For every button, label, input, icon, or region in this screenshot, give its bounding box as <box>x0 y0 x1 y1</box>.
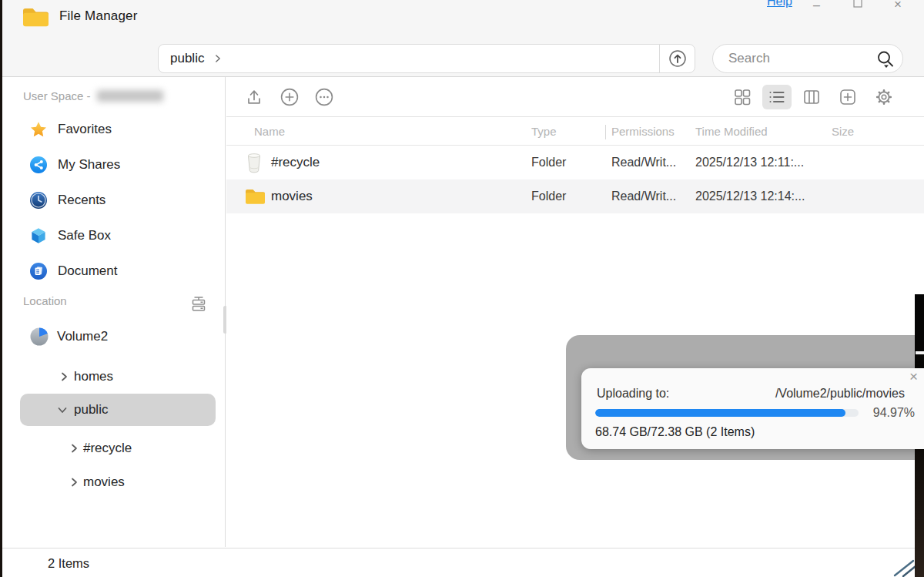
upload-transferred: 68.74 GB/72.38 GB (2 Items) <box>595 425 755 439</box>
share-icon <box>29 156 48 174</box>
popup-close-icon[interactable]: × <box>909 368 918 385</box>
location-label: Location <box>23 294 67 307</box>
more-actions-button[interactable] <box>315 88 333 106</box>
column-header-name[interactable]: Name <box>254 125 285 138</box>
maximize-button[interactable] <box>853 0 862 11</box>
uploading-to-label: Uploading to: <box>597 387 669 401</box>
column-view-button[interactable] <box>802 88 821 106</box>
file-list-panel: Name Type Permissions Time Modified Size… <box>226 77 924 547</box>
column-divider[interactable] <box>605 125 606 139</box>
search-icon[interactable] <box>875 49 896 70</box>
clock-icon <box>29 191 48 210</box>
search-box <box>712 44 903 73</box>
cube-icon <box>29 226 48 245</box>
upload-progress-card: × Uploading to: /Volume2/public/movies 9… <box>581 368 924 449</box>
content-toolbar <box>226 77 924 117</box>
upload-destination-path: /Volume2/public/movies <box>775 387 905 401</box>
breadcrumb-chevron-icon <box>213 53 223 64</box>
upload-progress-fill <box>595 409 845 417</box>
tree-node-label: homes <box>74 369 113 384</box>
upload-percent: 94.97% <box>873 406 915 420</box>
document-icon <box>29 262 48 280</box>
recycle-bin-icon <box>245 152 263 173</box>
tree-node-volume2[interactable]: Volume2 <box>2 320 226 354</box>
list-view-button-selected[interactable] <box>762 85 792 109</box>
help-link[interactable]: Help <box>767 0 792 8</box>
minimize-button[interactable]: – <box>813 0 820 12</box>
sidebar-item-my-shares[interactable]: My Shares <box>2 148 226 182</box>
tree-node-label: movies <box>83 475 125 490</box>
volume-pie-icon <box>29 327 49 347</box>
blurred-username <box>97 90 163 102</box>
chevron-right-icon <box>68 476 80 488</box>
titlebar: File Manager Help – × <box>2 0 924 34</box>
list-view-icon <box>768 88 786 106</box>
app-folder-icon <box>22 5 50 29</box>
sidebar: User Space - Favorites My Shares <box>2 77 226 547</box>
chevron-right-icon <box>58 371 70 383</box>
tree-node-homes[interactable]: homes <box>2 360 226 394</box>
up-arrow-circle-icon <box>668 49 687 68</box>
upload-progress-bar <box>595 409 859 417</box>
column-header-permissions[interactable]: Permissions <box>611 125 675 138</box>
breadcrumb-bar[interactable]: public <box>158 44 695 73</box>
sidebar-item-safe-box[interactable]: Safe Box <box>2 219 226 253</box>
tree-node-label: #recycle <box>83 441 132 456</box>
status-bar: 2 Items <box>2 548 924 577</box>
maximize-icon <box>853 0 862 8</box>
items-count: 2 Items <box>48 556 89 571</box>
settings-gear-button[interactable] <box>875 88 893 106</box>
column-header-time-modified[interactable]: Time Modified <box>695 125 768 138</box>
tree-node-label: Volume2 <box>57 329 108 344</box>
sidebar-item-document[interactable]: Document <box>2 254 226 288</box>
grid-view-button[interactable] <box>733 88 752 106</box>
file-manager-window: File Manager Help – × public <box>0 0 924 577</box>
navigation-bar: public <box>2 34 924 77</box>
tree-node-label: public <box>74 402 108 418</box>
column-header-size[interactable]: Size <box>832 125 854 138</box>
new-folder-button[interactable] <box>280 88 299 106</box>
new-tab-button[interactable] <box>839 88 857 106</box>
background-minimize-icon <box>916 351 924 354</box>
go-up-button[interactable] <box>660 45 695 72</box>
file-row-recycle[interactable]: #recycle Folder Read/Writ... 2025/12/13 … <box>226 146 924 179</box>
resize-grip[interactable] <box>890 556 918 577</box>
user-space-label: User Space - <box>23 89 163 102</box>
tree-node-recycle[interactable]: #recycle <box>2 431 226 465</box>
background-window-left-edge <box>0 0 2 577</box>
tree-node-public[interactable]: public <box>2 394 226 426</box>
table-header: Name Type Permissions Time Modified Size <box>226 117 924 146</box>
tree-view-icon[interactable] <box>190 294 207 311</box>
sidebar-item-recents[interactable]: Recents <box>2 183 226 217</box>
file-row-movies[interactable]: movies Folder Read/Writ... 2025/12/13 12… <box>226 179 924 213</box>
chevron-right-icon <box>68 442 80 455</box>
close-button[interactable]: × <box>894 0 902 12</box>
star-icon <box>29 120 48 139</box>
chevron-down-icon <box>56 404 69 416</box>
sidebar-item-favorites[interactable]: Favorites <box>2 112 226 146</box>
search-input[interactable] <box>728 48 863 69</box>
app-title: File Manager <box>59 8 138 24</box>
breadcrumb-segment[interactable]: public <box>170 51 204 66</box>
upload-button[interactable] <box>245 88 263 106</box>
column-header-type[interactable]: Type <box>531 125 557 138</box>
folder-icon <box>245 188 266 206</box>
tree-node-movies[interactable]: movies <box>2 465 226 499</box>
